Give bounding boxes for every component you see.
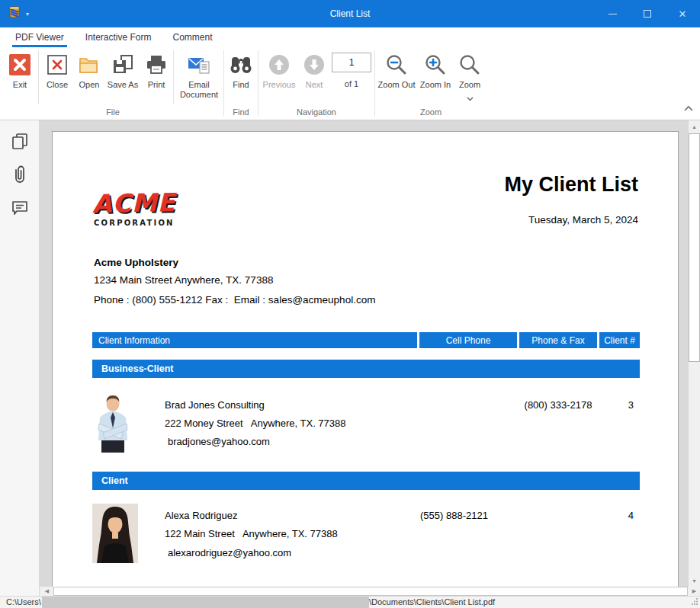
- table-header-row: Client Information Cell Phone Phone & Fa…: [92, 332, 640, 348]
- client-address: 222 Money Street Anywhere, TX. 77388: [165, 418, 346, 429]
- comment-icon: [11, 200, 29, 216]
- scroll-left-icon: ◀: [45, 588, 49, 594]
- close-window-button[interactable]: ✕: [665, 0, 700, 27]
- open-button[interactable]: Open: [74, 47, 104, 90]
- zoom-out-button[interactable]: Zoom Out: [376, 47, 417, 90]
- status-drive-path: C:\Users\: [6, 597, 41, 606]
- horizontal-scrollbar-thumb[interactable]: [53, 587, 688, 596]
- zoom-out-icon: [385, 53, 408, 77]
- scroll-left-button[interactable]: ◀: [41, 587, 53, 596]
- next-page-button[interactable]: Next: [299, 47, 329, 90]
- button-label: Zoom: [459, 80, 480, 90]
- tab-pdf-viewer[interactable]: PDF Viewer: [5, 27, 75, 47]
- button-label: Close: [47, 80, 68, 90]
- section-header-business-client: Business-Client: [92, 360, 640, 378]
- acme-logo-subtitle: CORPORATION: [94, 219, 175, 227]
- exit-button[interactable]: Exit: [3, 47, 37, 90]
- ribbon: Exit Close Open Save As: [0, 47, 700, 120]
- navigation-pane: [0, 120, 40, 596]
- group-label-navigation: Navigation: [259, 107, 374, 120]
- page-thumbnails-button[interactable]: [8, 130, 32, 152]
- scroll-up-icon: ▲: [692, 124, 697, 130]
- document-date: Tuesday, March 5, 2024: [528, 214, 638, 226]
- ribbon-separator: [38, 50, 39, 104]
- chevron-up-icon: [683, 105, 694, 112]
- tab-comment[interactable]: Comment: [162, 27, 223, 47]
- vertical-scrollbar-thumb[interactable]: [689, 133, 700, 362]
- client-address: 122 Main Street Anywhere, TX. 77388: [165, 528, 338, 539]
- button-label: Email Document: [175, 80, 223, 100]
- client-number: 3: [599, 399, 634, 411]
- attachments-button[interactable]: [8, 163, 32, 186]
- previous-icon: [268, 53, 290, 77]
- acme-logo: ACME: [92, 187, 176, 219]
- client-photo: [92, 392, 133, 453]
- print-icon: [145, 53, 168, 77]
- client-email: bradjones@yahoo.com: [168, 436, 270, 447]
- minimize-button[interactable]: [595, 0, 630, 27]
- ribbon-group-file: Exit Close Open Save As: [3, 47, 223, 120]
- button-label: Print: [148, 80, 165, 90]
- find-button[interactable]: Find: [225, 47, 257, 90]
- maximize-icon: [644, 10, 651, 18]
- print-button[interactable]: Print: [141, 47, 172, 90]
- collapse-ribbon-button[interactable]: [683, 101, 694, 115]
- button-label: Open: [79, 80, 100, 90]
- pages-icon: [11, 132, 29, 150]
- ribbon-tab-row: PDF Viewer Interactive Form Comment: [0, 27, 700, 47]
- scroll-right-icon: ▶: [692, 588, 696, 594]
- previous-page-button[interactable]: Previous: [259, 47, 299, 90]
- tab-interactive-form[interactable]: Interactive Form: [75, 27, 162, 47]
- status-file-path: \Documents\Clients\Client List.pdf: [369, 597, 495, 606]
- save-as-button[interactable]: Save As: [104, 47, 141, 90]
- maximize-button[interactable]: [630, 0, 665, 27]
- email-document-button[interactable]: Email Document: [175, 47, 223, 100]
- column-header-phone-fax: Phone & Fax: [519, 332, 597, 348]
- scroll-down-button[interactable]: ▼: [689, 574, 700, 587]
- client-email: alexarodriguez@yahoo.com: [168, 547, 291, 558]
- chevron-down-icon: [467, 91, 474, 104]
- button-label: Exit: [13, 80, 27, 90]
- client-phone: (800) 333-2178: [519, 399, 597, 411]
- open-folder-icon: [78, 53, 101, 77]
- zoom-dropdown-button[interactable]: Zoom: [454, 47, 486, 104]
- close-document-button[interactable]: Close: [40, 47, 74, 90]
- ribbon-group-zoom: Zoom Out Zoom In Zoom Zoom: [376, 47, 486, 120]
- document-canvas[interactable]: ACME CORPORATION My Client List Tuesday,…: [40, 120, 689, 587]
- button-label: Find: [233, 80, 249, 90]
- ribbon-group-separator: [374, 50, 375, 117]
- app-menu-button[interactable]: ▾: [0, 0, 37, 27]
- tab-label: Comment: [173, 32, 213, 43]
- ribbon-separator: [173, 50, 174, 104]
- ribbon-group-navigation: Previous Next of 1 Navigation: [259, 47, 374, 120]
- binoculars-icon: [229, 53, 253, 77]
- vertical-scrollbar[interactable]: ▲ ▼: [689, 120, 700, 587]
- client-name: Brad Jones Consulting: [165, 399, 265, 411]
- zoom-in-button[interactable]: Zoom In: [417, 47, 454, 90]
- tab-label: PDF Viewer: [15, 32, 64, 43]
- group-label-zoom: Zoom: [376, 107, 486, 120]
- paperclip-icon: [11, 164, 28, 185]
- scroll-up-button[interactable]: ▲: [689, 120, 700, 133]
- column-header-client-number: Client #: [599, 332, 640, 348]
- resize-grip[interactable]: [691, 597, 698, 606]
- exit-icon: [8, 53, 31, 77]
- section-header-client: Client: [92, 472, 640, 490]
- company-name: Acme Upholstery: [94, 257, 178, 268]
- ribbon-group-find: Find Find: [225, 47, 257, 120]
- ribbon-group-separator: [223, 50, 224, 117]
- save-as-icon: [111, 53, 134, 77]
- scroll-down-icon: ▼: [692, 578, 697, 584]
- next-icon: [303, 53, 325, 77]
- close-document-icon: [47, 53, 68, 77]
- button-label: Zoom In: [420, 80, 451, 90]
- horizontal-scrollbar[interactable]: ◀ ▶: [40, 587, 700, 596]
- comments-button[interactable]: [8, 197, 32, 219]
- scroll-right-button[interactable]: ▶: [689, 587, 700, 596]
- button-label: Previous: [263, 80, 296, 90]
- window-controls: ✕: [595, 0, 700, 27]
- app-icon: [8, 5, 21, 22]
- page-number-input[interactable]: [332, 53, 371, 72]
- column-header-client-information: Client Information: [92, 332, 417, 348]
- client-photo: [92, 504, 138, 563]
